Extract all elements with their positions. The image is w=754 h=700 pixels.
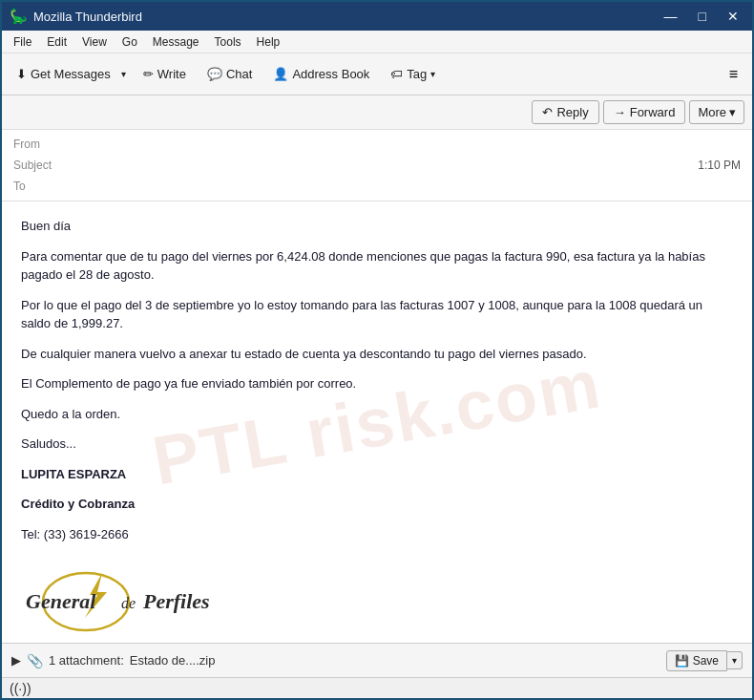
menu-view[interactable]: View bbox=[76, 33, 113, 51]
chat-label: Chat bbox=[226, 67, 252, 81]
save-icon: 💾 bbox=[675, 654, 689, 668]
hamburger-menu[interactable]: ≡ bbox=[723, 61, 744, 88]
menu-message[interactable]: Message bbox=[147, 33, 205, 51]
menu-bar: File Edit View Go Message Tools Help bbox=[2, 31, 752, 53]
save-split-button: 💾 Save ▾ bbox=[666, 650, 743, 671]
more-button[interactable]: More ▾ bbox=[689, 100, 744, 124]
main-window: 🦕 Mozilla Thunderbird — □ ✕ File Edit Vi… bbox=[0, 0, 754, 700]
tag-button[interactable]: 🏷 Tag ▾ bbox=[382, 62, 444, 86]
from-field: From bbox=[13, 134, 741, 155]
maximize-button[interactable]: □ bbox=[693, 7, 712, 26]
more-arrow-icon: ▾ bbox=[729, 105, 736, 119]
menu-go[interactable]: Go bbox=[116, 33, 143, 51]
write-button[interactable]: ✏ Write bbox=[135, 62, 195, 86]
sender-tel: Tel: (33) 3619-2666 bbox=[21, 525, 733, 544]
subject-label: Subject bbox=[13, 159, 66, 172]
email-header: From Subject 1:10 PM To bbox=[2, 130, 752, 202]
closing: Quedo a la orden. bbox=[21, 405, 733, 424]
address-book-label: Address Book bbox=[292, 67, 369, 81]
chat-icon: 💬 bbox=[207, 67, 222, 81]
sender-dept: Crédito y Cobranza bbox=[21, 495, 733, 514]
paragraph1: Para comentar que de tu pago del viernes… bbox=[21, 247, 733, 285]
reply-label: Reply bbox=[556, 105, 588, 119]
email-body: PTL risk.com Buen día Para comentar que … bbox=[2, 202, 752, 643]
toolbar: ⬇ Get Messages ▾ ✏ Write 💬 Chat 👤 Addres… bbox=[2, 53, 752, 95]
tel-label: Tel: bbox=[21, 527, 44, 541]
to-label: To bbox=[13, 180, 66, 193]
title-bar: 🦕 Mozilla Thunderbird — □ ✕ bbox=[2, 2, 752, 31]
tel-value: (33) 3619-2666 bbox=[44, 527, 129, 541]
get-messages-split: ⬇ Get Messages ▾ bbox=[10, 62, 131, 86]
write-icon: ✏ bbox=[143, 67, 154, 81]
paragraph3: De cualquier manera vuelvo a anexar tu e… bbox=[21, 345, 733, 364]
save-label: Save bbox=[693, 654, 719, 668]
paragraph4: El Complemento de pago ya fue enviado ta… bbox=[21, 374, 733, 393]
sender-name: LUPITA ESPARZA bbox=[21, 465, 733, 484]
save-dropdown[interactable]: ▾ bbox=[727, 651, 743, 669]
email-time: 1:10 PM bbox=[698, 159, 741, 172]
paperclip-icon: 📎 bbox=[27, 653, 43, 668]
address-book-button[interactable]: 👤 Address Book bbox=[264, 62, 378, 86]
svg-text:de: de bbox=[121, 595, 136, 611]
menu-file[interactable]: File bbox=[8, 33, 37, 51]
from-label: From bbox=[13, 138, 66, 151]
attachment-toggle[interactable]: ▶ bbox=[11, 653, 21, 668]
email-action-bar: ↶ Reply → Forward More ▾ bbox=[2, 95, 752, 130]
menu-help[interactable]: Help bbox=[251, 33, 286, 51]
window-controls: — □ ✕ bbox=[659, 7, 744, 26]
chat-button[interactable]: 💬 Chat bbox=[199, 62, 261, 86]
attachment-name: Estado de....zip bbox=[130, 653, 216, 668]
tag-icon: 🏷 bbox=[390, 67, 403, 81]
attachment-info: 1 attachment: Estado de....zip bbox=[49, 653, 215, 668]
attachment-count: 1 attachment: bbox=[49, 653, 124, 668]
connection-icon: ((·)) bbox=[10, 681, 31, 696]
svg-text:General: General bbox=[26, 589, 96, 613]
get-messages-button[interactable]: ⬇ Get Messages bbox=[10, 62, 117, 86]
reply-icon: ↶ bbox=[542, 105, 553, 119]
to-field: To bbox=[13, 176, 741, 197]
get-messages-icon: ⬇ bbox=[16, 67, 27, 81]
company-logo-area: General de Perfiles bbox=[21, 559, 733, 638]
paragraph2: Por lo que el pago del 3 de septiembre y… bbox=[21, 296, 733, 333]
more-label: More bbox=[698, 105, 726, 119]
get-messages-label: Get Messages bbox=[31, 67, 111, 81]
window-title: Mozilla Thunderbird bbox=[33, 10, 142, 24]
tag-arrow: ▾ bbox=[430, 69, 435, 79]
app-icon: 🦕 bbox=[10, 8, 28, 25]
reply-button[interactable]: ↶ Reply bbox=[532, 100, 598, 124]
forward-button[interactable]: → Forward bbox=[603, 100, 686, 124]
minimize-button[interactable]: — bbox=[659, 7, 683, 26]
get-messages-dropdown[interactable]: ▾ bbox=[117, 64, 131, 84]
save-button[interactable]: 💾 Save bbox=[666, 650, 727, 671]
close-button[interactable]: ✕ bbox=[722, 7, 744, 26]
attachment-bar: ▶ 📎 1 attachment: Estado de....zip 💾 Sav… bbox=[2, 643, 752, 677]
address-book-icon: 👤 bbox=[273, 67, 288, 81]
svg-text:Perfiles: Perfiles bbox=[142, 589, 210, 613]
tag-label: Tag bbox=[407, 67, 427, 81]
salutation: Saludos... bbox=[21, 435, 733, 454]
menu-tools[interactable]: Tools bbox=[209, 33, 247, 51]
attachment-toggle-icon: ▶ bbox=[11, 653, 21, 668]
subject-field: Subject 1:10 PM bbox=[13, 155, 741, 176]
greeting: Buen día bbox=[21, 217, 733, 236]
company-logo: General de Perfiles bbox=[21, 559, 231, 635]
title-bar-left: 🦕 Mozilla Thunderbird bbox=[10, 8, 142, 25]
forward-label: Forward bbox=[630, 105, 676, 119]
menu-edit[interactable]: Edit bbox=[41, 33, 73, 51]
write-label: Write bbox=[157, 67, 186, 81]
status-bar: ((·)) bbox=[2, 677, 752, 698]
forward-icon: → bbox=[614, 105, 626, 119]
